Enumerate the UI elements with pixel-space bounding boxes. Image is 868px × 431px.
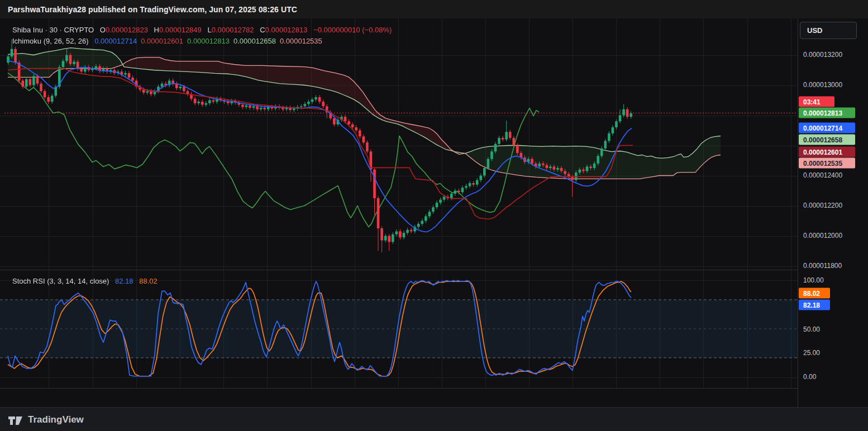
last-price-badge: 0.000012813 [799,108,855,118]
stoch-legend[interactable]: Stoch RSI (3, 3, 14, 14, close) 82.18 88… [12,277,158,285]
tenkan-badge: 0.000012714 [799,123,855,133]
change-value: −0.000000010 (−0.08%) [313,26,392,34]
senkou-b-badge: 0.000012535 [799,158,855,169]
price-and-stoch-canvas[interactable] [0,18,798,407]
axis-label: 50.00 [803,325,820,333]
axis-label: 0.000012200 [803,202,842,209]
symbol-title: Shiba Inu · 30 · CRYPTO [12,26,94,34]
close-value: 0.000012813 [265,26,308,34]
axis-label: 0.000013000 [803,81,842,89]
page-title: ParshwaTurakhiya28 published on TradingV… [0,5,297,14]
footer-bar: TradingView [0,407,868,431]
high-value: 0.000012849 [159,26,202,34]
low-value: 0.000012782 [212,26,254,34]
ichimoku-value-2: 0.000012813 [187,37,230,45]
stoch-k-badge: 82.18 [799,300,830,310]
stoch-d-value: 88.02 [139,277,158,285]
axis-label: 0.00 [803,373,816,381]
stoch-k-value: 82.18 [115,277,133,285]
ichimoku-value-0: 0.000012714 [94,37,137,45]
axis-label: 100.00 [803,276,824,284]
ichimoku-title: Ichimoku (9, 26, 52, 26) [12,37,89,45]
currency-toggle-button[interactable]: USD [800,22,857,39]
symbol-legend[interactable]: Shiba Inu · 30 · CRYPTO O0.000012823 H0.… [12,26,392,34]
ichimoku-values: 0.0000127140.0000126010.0000128130.00001… [94,37,326,45]
axis-label: 0.000013200 [803,51,842,59]
senkou-a-badge: 0.000012658 [799,135,855,145]
tradingview-snapshot: ParshwaTurakhiya28 published on TradingV… [0,0,868,431]
high-label: H [154,26,159,34]
axis-label: 25.00 [803,349,820,357]
tradingview-logo-link[interactable]: TradingView [8,414,84,426]
axis-label: 0.000012000 [803,232,842,240]
open-label: O [100,26,106,34]
tradingview-logo-icon [8,414,23,426]
price-scale[interactable]: 0.0000132000.0000130000.0000124000.00001… [798,18,868,407]
chart-area[interactable]: Shiba Inu · 30 · CRYPTO O0.000012823 H0.… [0,18,798,407]
attribution-bar: ParshwaTurakhiya28 published on TradingV… [0,0,868,19]
open-value: 0.000012823 [106,26,148,34]
ichimoku-value-4: 0.000012535 [280,37,322,45]
stoch-d-badge: 88.02 [799,288,830,299]
countdown-badge: 03:41 [799,97,834,107]
tradingview-brand-text: TradingView [28,414,84,425]
ichimoku-legend[interactable]: Ichimoku (9, 26, 52, 26) 0.0000127140.00… [12,37,326,45]
axis-label: 0.000011800 [803,262,842,270]
low-label: L [207,26,211,34]
ichimoku-value-1: 0.000012601 [141,37,183,45]
axis-label: 0.000012400 [803,171,842,179]
kijun-badge: 0.000012601 [799,147,855,157]
stoch-title: Stoch RSI (3, 3, 14, 14, close) [12,277,109,285]
ichimoku-value-3: 0.000012658 [233,37,276,45]
close-label: C [260,26,265,34]
